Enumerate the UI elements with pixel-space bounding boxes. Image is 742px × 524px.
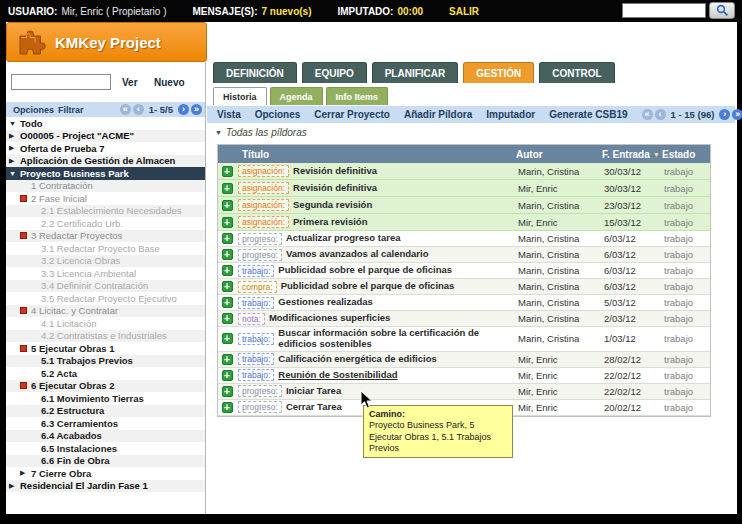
opciones-link[interactable]: Opciones [13,105,54,115]
pagination-prev-icon[interactable]: ‹ [655,109,666,120]
tree-item[interactable]: ▼Todo [6,117,205,130]
toolbar-item-anadir-pildora[interactable]: Añadir Píldora [404,109,472,120]
nuevo-link[interactable]: Nuevo [154,77,185,88]
pill-title-link[interactable]: Gestiones realizadas [278,297,373,308]
expand-pill-icon[interactable]: + [222,402,233,413]
tree-item[interactable]: 2 Fase Inicial [6,192,205,205]
subtab-historia[interactable]: Historia [213,87,267,105]
pill-title-link[interactable]: Publicidad sobre el parque de oficinas [281,281,455,292]
pill-title-link[interactable]: Revisión definitiva [293,183,377,194]
pill-title-link[interactable]: Publicidad sobre el parque de oficinas [278,265,452,276]
tree-item[interactable]: 6.5 Instalaciones [6,442,205,455]
pagination-last-icon[interactable]: » [732,109,742,120]
expand-arrow-icon[interactable]: ▶ [9,132,20,140]
search-button[interactable] [709,2,735,19]
expand-pill-icon[interactable]: + [222,297,233,308]
toolbar-item-imputador[interactable]: Imputador [486,109,535,120]
tab-control[interactable]: CONTROL [539,62,614,83]
tree-item[interactable]: ▶Residencial El Jardin Fase 1 [6,480,205,493]
collapse-section-icon[interactable]: ▼ [215,129,222,136]
expand-pill-icon[interactable]: + [222,183,233,194]
expand-pill-icon[interactable]: + [222,281,233,292]
tree-item[interactable]: ▼Proyecto Business Park [6,167,205,180]
toolbar-item-cerrar-proyecto[interactable]: Cerrar Proyecto [314,109,390,120]
tree-item[interactable]: 6.1 Movimiento Tierras [6,392,205,405]
tree-item[interactable]: ▶Oferta de Prueba 7 [6,142,205,155]
tree-item[interactable]: 6.4 Acabados [6,430,205,443]
tree-item[interactable]: 4.2 Contratistas e Industriales [6,330,205,343]
expand-pill-icon[interactable]: + [222,354,233,365]
subtab-agenda[interactable]: Agenda [270,87,323,105]
toolbar-item-vista[interactable]: Vista [217,109,241,120]
tree-item[interactable]: 3.1 Redactar Proyecto Base [6,242,205,255]
expand-arrow-icon[interactable]: ▶ [9,482,20,490]
tree-item[interactable]: 1 Contratación [6,180,205,193]
tab-definicion[interactable]: DEFINICIÓN [213,62,297,83]
tree-item[interactable]: ▶Aplicación de Gestión de Almacen [6,155,205,168]
expand-pill-icon[interactable]: + [222,386,233,397]
tree-item[interactable]: 5 Ejecutar Obras 1 [6,342,205,355]
expand-arrow-icon[interactable]: ▶ [9,144,20,152]
expand-arrow-icon[interactable]: ▶ [20,469,31,477]
tree-item[interactable]: 6.6 Fin de Obra [6,455,205,468]
tab-equipo[interactable]: EQUIPO [302,62,367,83]
pill-title-link[interactable]: Calificación energética de edificios [278,354,436,365]
pagination-next-icon[interactable]: › [178,104,189,115]
expand-pill-icon[interactable]: + [222,265,233,276]
header-autor[interactable]: Autor [516,149,602,160]
expand-pill-icon[interactable]: + [222,200,233,211]
tree-item[interactable]: ▶O00005 - Project "ACME" [6,130,205,143]
expand-pill-icon[interactable]: + [222,313,233,324]
tree-item[interactable]: 6 Ejecutar Obras 2 [6,380,205,393]
expand-pill-icon[interactable]: + [222,370,233,381]
project-filter-input[interactable] [11,74,111,90]
collapse-arrow-icon[interactable]: ▼ [9,120,20,127]
ver-link[interactable]: Ver [122,77,138,88]
toolbar-item-generate-csb19[interactable]: Generate CSB19 [549,109,627,120]
tree-item[interactable]: 3.5 Redactar Proyecto Ejecutivo [6,292,205,305]
pill-title-link[interactable]: Buscar información sobre la certificació… [278,328,514,350]
tree-item[interactable]: 3 Redactar Proyectos [6,230,205,243]
tree-item[interactable]: 5.2 Acta [6,367,205,380]
header-estado[interactable]: Estado [662,149,708,160]
tree-item[interactable]: 4 Licitac. y Contratar [6,305,205,318]
tree-item[interactable]: 5.1 Trabajos Previos [6,355,205,368]
tree-item[interactable]: 2.2 Certificado Urb. [6,217,205,230]
tree-item[interactable]: 3.2 Licencia Obras [6,255,205,268]
pagination-next-icon[interactable]: › [719,109,730,120]
salir-link[interactable]: SALIR [449,6,479,17]
filtrar-link[interactable]: Filtrar [58,105,84,115]
pill-title-link[interactable]: Iniciar Tarea [286,386,341,397]
pill-title-link[interactable]: Primera revisión [293,217,367,228]
expand-pill-icon[interactable]: + [222,333,233,344]
tree-item[interactable]: 2.1 Establecimiento Necesidades [6,205,205,218]
expand-pill-icon[interactable]: + [222,233,233,244]
pill-title-link[interactable]: Cerrar Tarea [286,402,342,413]
tree-item[interactable]: 6.2 Estructura [6,405,205,418]
pagination-first-icon[interactable]: « [642,109,653,120]
expand-pill-icon[interactable]: + [222,166,233,177]
pill-title-link[interactable]: Segunda revisión [293,200,372,211]
pagination-last-icon[interactable]: » [191,104,202,115]
pill-title-link[interactable]: Reunión de Sostenibilidad [278,370,397,381]
tree-item[interactable]: 4.1 Licitación [6,317,205,330]
collapse-arrow-icon[interactable]: ▼ [9,170,20,177]
mensajes-count[interactable]: 7 nuevo(s) [262,6,312,17]
tree-item[interactable]: 3.3 Licencia Ambiental [6,267,205,280]
pill-title-link[interactable]: Revisión definitiva [293,166,377,177]
pill-title-link[interactable]: Modificaciones superficies [269,313,390,324]
global-search-input[interactable] [622,3,706,18]
tab-gestion[interactable]: GESTIÓN [463,62,534,83]
pill-title-link[interactable]: Vamos avanzados al calendario [286,249,429,260]
tree-item[interactable]: ▶7 Cierre Obra [6,467,205,480]
tree-item[interactable]: 3.4 Defininir Contratación [6,280,205,293]
pill-title-link[interactable]: Actualizar progreso tarea [286,233,401,244]
header-titulo[interactable]: Título [236,149,516,160]
pagination-prev-icon[interactable]: ‹ [133,104,144,115]
tree-item[interactable]: 6.3 Cerramientos [6,417,205,430]
expand-arrow-icon[interactable]: ▶ [9,157,20,165]
expand-pill-icon[interactable]: + [222,249,233,260]
expand-pill-icon[interactable]: + [222,217,233,228]
header-f-entrada[interactable]: F. Entrada▼ [602,149,662,160]
tab-planificar[interactable]: PLANIFICAR [372,62,459,83]
